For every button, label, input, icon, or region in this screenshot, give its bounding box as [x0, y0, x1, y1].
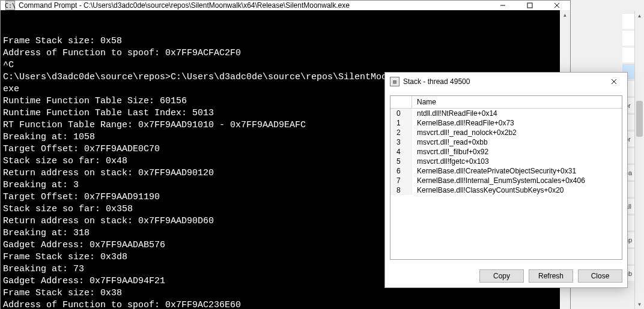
stack-row-name: KernelBase.dll!ReadFile+0x73	[412, 118, 622, 128]
close-icon	[554, 2, 560, 8]
scroll-up-icon[interactable]: ▲	[635, 11, 644, 20]
stack-row[interactable]: 4msvcrt.dll!_filbuf+0x92	[390, 147, 622, 157]
stack-row[interactable]: 7KernelBase.dll!Internal_EnumSystemLocal…	[390, 176, 622, 185]
stack-list[interactable]: Name 0ntdll.dll!NtReadFile+0x141KernelBa…	[390, 95, 622, 260]
stack-row-index: 1	[390, 118, 412, 128]
scroll-up-icon[interactable]: ▲	[560, 10, 570, 20]
stack-row[interactable]: 8KernelBase.dll!ClassKeyCountSubKeys+0x2…	[390, 185, 622, 195]
stack-row-name: KernelBase.dll!Internal_EnumSystemLocale…	[412, 176, 622, 185]
stack-close-button[interactable]	[600, 73, 627, 91]
stack-row-index: 2	[390, 128, 412, 137]
stack-row[interactable]: 3msvcrt.dll!_read+0xbb	[390, 137, 622, 147]
stack-window-icon: ▧	[390, 77, 399, 86]
stack-row-index: 7	[390, 176, 412, 185]
refresh-button[interactable]: Refresh	[529, 269, 573, 283]
stack-row-index: 4	[390, 147, 412, 157]
cmd-icon: C:\	[5, 1, 15, 10]
stack-title: Stack - thread 49500	[403, 77, 600, 86]
cmd-line: ^C	[3, 59, 568, 71]
stack-row-name: msvcrt.dll!_read+0xbb	[412, 137, 622, 147]
minimize-icon	[500, 2, 506, 8]
maximize-button[interactable]	[516, 1, 543, 10]
maximize-icon	[527, 2, 533, 8]
stack-row-name: ntdll.dll!NtReadFile+0x14	[412, 109, 622, 118]
stack-row-name: msvcrt.dll!_filbuf+0x92	[412, 147, 622, 157]
cmd-line: Frame Stack size: 0x38	[3, 287, 568, 299]
svg-rect-1	[527, 3, 532, 8]
stack-button-bar: Copy Refresh Close	[385, 265, 627, 287]
cmd-line: Address of Function to spoof: 0x7FF9ACFA…	[3, 47, 568, 59]
cmd-line: Frame Stack size: 0x58	[3, 35, 568, 47]
stack-row-name: msvcrt.dll!fgetc+0x103	[412, 157, 622, 166]
cmd-title: Command Prompt - C:\Users\d3adc0de\sourc…	[19, 1, 489, 10]
stack-row-index: 0	[390, 109, 412, 118]
stack-row-name: KernelBase.dll!ClassKeyCountSubKeys+0x20	[412, 185, 622, 195]
stack-row[interactable]: 1KernelBase.dll!ReadFile+0x73	[390, 118, 622, 128]
stack-row-index: 3	[390, 137, 412, 147]
stack-list-header[interactable]: Name	[390, 96, 622, 109]
stack-row-index: 5	[390, 157, 412, 166]
close-button-dialog[interactable]: Close	[578, 269, 622, 283]
stack-row[interactable]: 0ntdll.dll!NtReadFile+0x14	[390, 109, 622, 118]
cmd-line: Address of Function to spoof: 0x7FF9AC23…	[3, 299, 568, 309]
stack-row[interactable]: 6KernelBase.dll!CreatePrivateObjectSecur…	[390, 166, 622, 176]
stack-header-name-col[interactable]: Name	[412, 98, 622, 106]
background-scrollbar[interactable]: ▲ ▼	[634, 11, 644, 309]
stack-window: ▧ Stack - thread 49500 Name 0ntdll.dll!N…	[384, 72, 628, 288]
copy-button[interactable]: Copy	[479, 269, 524, 283]
scroll-thumb[interactable]	[636, 101, 643, 137]
stack-row[interactable]: 5msvcrt.dll!fgetc+0x103	[390, 157, 622, 166]
stack-row-name: KernelBase.dll!CreatePrivateObjectSecuri…	[412, 166, 622, 176]
stack-titlebar[interactable]: ▧ Stack - thread 49500	[385, 73, 627, 91]
stack-header-index-col[interactable]	[390, 96, 412, 108]
close-icon	[611, 79, 617, 85]
stack-row-name: msvcrt.dll!_read_nolock+0x2b2	[412, 128, 622, 137]
cmd-titlebar[interactable]: C:\ Command Prompt - C:\Users\d3adc0de\s…	[1, 1, 570, 10]
minimize-button[interactable]	[489, 1, 516, 10]
stack-row[interactable]: 2msvcrt.dll!_read_nolock+0x2b2	[390, 128, 622, 137]
stack-row-index: 6	[390, 166, 412, 176]
scroll-down-icon[interactable]: ▼	[635, 299, 644, 309]
stack-row-index: 8	[390, 185, 412, 195]
